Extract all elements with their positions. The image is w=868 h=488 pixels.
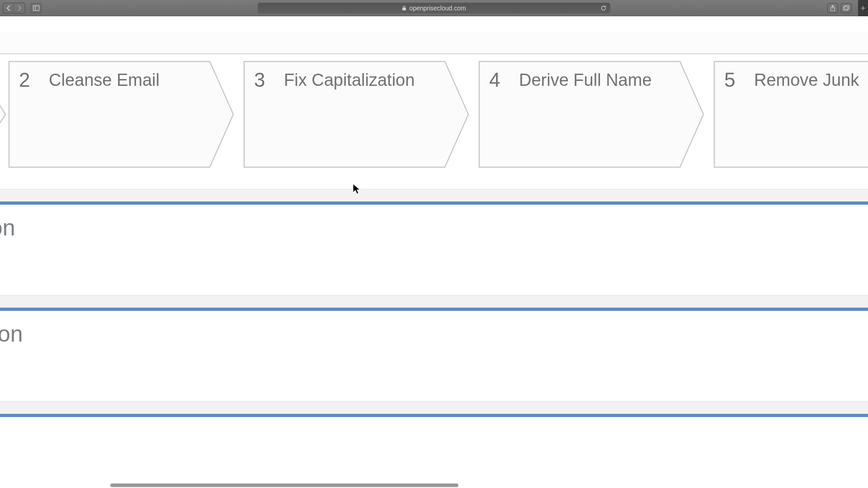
new-tab-button[interactable] xyxy=(858,0,868,16)
section-deduplication[interactable]: plication xyxy=(0,205,868,295)
step-number: 5 xyxy=(724,69,735,91)
section-divider xyxy=(0,295,868,308)
section-accent-line xyxy=(0,202,868,205)
step-number: 2 xyxy=(19,69,30,91)
address-text: openprisecloud.com xyxy=(409,5,466,12)
sidebar-toggle-button[interactable] xyxy=(31,3,42,13)
page-viewport: 2 Cleanse Email 3 Fix Capitalization 4 D… xyxy=(0,16,868,488)
step-label: Derive Full Name xyxy=(519,70,652,90)
nav-button-group xyxy=(3,3,42,14)
lock-icon xyxy=(402,5,406,11)
reload-icon[interactable] xyxy=(600,5,607,11)
step-card-5[interactable]: 5 Remove Junk xyxy=(713,61,868,168)
svg-rect-5 xyxy=(844,6,849,9)
svg-rect-4 xyxy=(844,7,848,10)
section-title-fragment: tion xyxy=(0,321,23,347)
step-label: Remove Junk xyxy=(754,70,859,90)
sidebar-icon xyxy=(33,5,39,11)
tabs-button[interactable] xyxy=(841,3,852,13)
address-bar[interactable]: openprisecloud.com xyxy=(258,3,610,14)
horizontal-scrollbar[interactable] xyxy=(0,482,868,488)
step-number: 3 xyxy=(254,69,265,91)
section-accent-line xyxy=(0,414,868,417)
back-button[interactable] xyxy=(3,3,14,13)
section-accent-line xyxy=(0,308,868,311)
step-number: 4 xyxy=(489,69,500,91)
step-card-4[interactable]: 4 Derive Full Name xyxy=(478,61,704,168)
chevron-right-icon xyxy=(17,5,22,11)
section-title-fragment: plication xyxy=(0,215,15,241)
browser-toolbar: openprisecloud.com xyxy=(0,0,868,16)
section-divider xyxy=(0,189,868,202)
section-unknown-tion[interactable]: tion xyxy=(0,311,868,401)
step-card-3[interactable]: 3 Fix Capitalization xyxy=(243,61,469,168)
page-canvas: 2 Cleanse Email 3 Fix Capitalization 4 D… xyxy=(0,16,868,488)
plus-icon xyxy=(860,5,866,11)
share-button[interactable] xyxy=(827,3,838,13)
chevron-left-icon xyxy=(6,5,11,11)
svg-rect-2 xyxy=(402,8,406,10)
step-label: Cleanse Email xyxy=(49,70,160,90)
svg-rect-0 xyxy=(33,6,39,11)
pipeline-steps-row: 2 Cleanse Email 3 Fix Capitalization 4 D… xyxy=(8,61,868,168)
tabs-icon xyxy=(843,5,849,11)
scrollbar-thumb[interactable] xyxy=(110,483,458,487)
step-label: Fix Capitalization xyxy=(284,70,415,90)
step-card-2[interactable]: 2 Cleanse Email xyxy=(8,61,234,168)
section-divider xyxy=(0,401,868,414)
forward-button[interactable] xyxy=(14,3,25,13)
share-icon xyxy=(830,5,835,11)
nav-back-forward-group xyxy=(3,3,25,14)
step-card-prev-tip xyxy=(0,61,7,168)
